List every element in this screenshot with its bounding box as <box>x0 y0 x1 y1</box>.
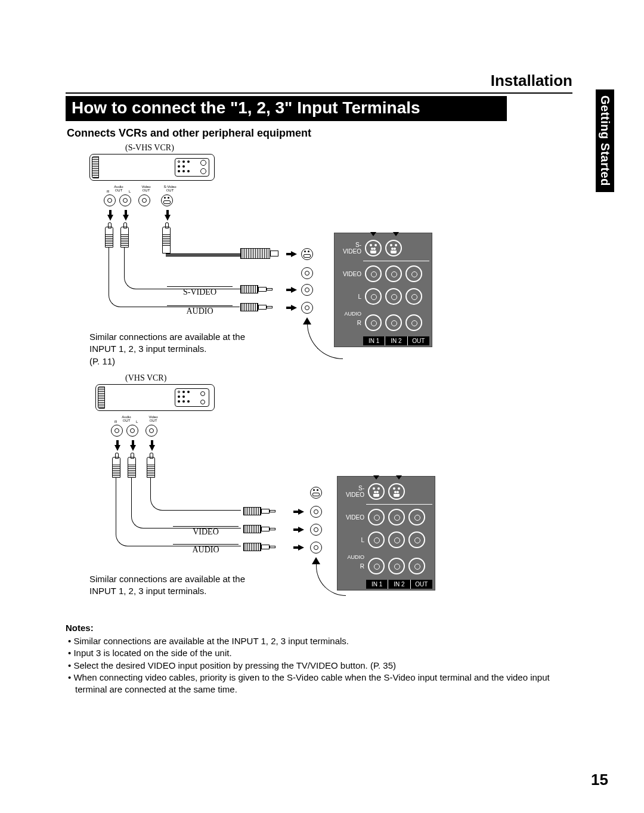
tv-input-panel-1: S-VIDEO VIDEO L AUDIO R IN 1 I <box>334 233 432 347</box>
r-label: R <box>107 190 109 193</box>
l-label: L <box>129 190 131 193</box>
notes-heading: Notes: <box>66 623 572 633</box>
video-out-label: Video OUT <box>138 185 154 192</box>
note-item: When connecting video cables, priority i… <box>68 672 572 696</box>
vhs-video-out-label: Video OUT <box>145 415 161 422</box>
diagram-vhs: (VHS VCR) Audio OUT R L Video OUT <box>66 373 507 612</box>
panel-in2: IN 2 <box>385 336 407 345</box>
diagram2-note: Similar connections are available at the… <box>89 573 268 598</box>
audio-out-label: Audio OUT <box>111 185 126 192</box>
svideo-cable-label: S-VIDEO <box>167 286 233 297</box>
page-subtitle: Connects VCRs and other peripheral equip… <box>67 127 572 140</box>
panel-r-label: R <box>337 320 363 326</box>
note-item: Similar connections are available at the… <box>68 635 572 647</box>
panel-out: OUT <box>408 336 429 345</box>
section-header: Installation <box>66 72 572 91</box>
tv-input-panel-2: S-VIDEO VIDEO L AUDIO R IN 1 I <box>337 476 435 591</box>
panel-video-label: VIDEO <box>337 271 363 277</box>
page-content: Installation How to connect the "1, 2, 3… <box>66 72 572 695</box>
vhs-audio-cable-label: AUDIO <box>173 544 239 555</box>
vhs-l-label: L <box>136 420 138 423</box>
side-tab-getting-started: Getting Started <box>596 89 614 192</box>
page-title: How to connect the "1, 2, 3" Input Termi… <box>66 96 507 121</box>
svhs-vcr-label: (S-VHS VCR) <box>125 143 174 153</box>
vhs-vcr-body <box>95 384 215 411</box>
video-cable-label: VIDEO <box>173 526 239 537</box>
note-item: Select the desired VIDEO input position … <box>68 660 572 672</box>
audio-cable-label: AUDIO <box>167 305 233 316</box>
svideo-out-label: S-Video OUT <box>161 185 179 192</box>
diagram1-note: Similar connections are available at the… <box>89 331 268 367</box>
svhs-vcr-body <box>89 154 215 181</box>
panel-svideo-label: S-VIDEO <box>337 242 363 255</box>
page-number: 15 <box>591 771 608 789</box>
panel-l-label: L <box>337 293 363 300</box>
diagram-svhs: (S-VHS VCR) Audio OUT R L Video OUT S-Vi… <box>66 143 507 370</box>
panel-in1: IN 1 <box>363 336 385 345</box>
note-item: Input 3 is located on the side of the un… <box>68 647 572 659</box>
notes-list: Similar connections are available at the… <box>66 635 572 695</box>
notes-block: Notes: Similar connections are available… <box>66 623 572 695</box>
vhs-r-label: R <box>114 420 117 423</box>
vhs-audio-out-label: Audio OUT <box>119 415 134 422</box>
header-rule <box>66 92 572 94</box>
panel-audio-label: AUDIO <box>337 311 363 317</box>
vhs-vcr-label: (VHS VCR) <box>125 373 166 383</box>
